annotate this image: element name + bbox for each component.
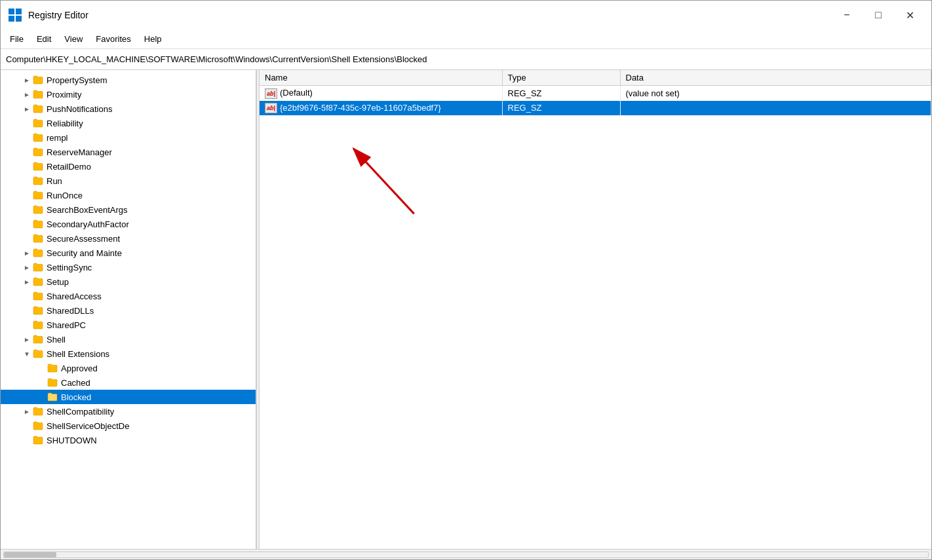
tree-item[interactable]: Reliability bbox=[1, 116, 256, 130]
window-controls: − □ ✕ bbox=[832, 5, 925, 26]
folder-icon bbox=[32, 219, 44, 229]
tree-item[interactable]: SharedDLLs bbox=[1, 303, 256, 318]
tree-item[interactable]: ► PropertySystem bbox=[1, 73, 256, 87]
expand-icon[interactable]: ► bbox=[22, 89, 32, 100]
tree-item[interactable]: SearchBoxEventArgs bbox=[1, 202, 256, 217]
tree-item[interactable]: ▼ Shell Extensions bbox=[1, 346, 256, 361]
tree-item[interactable]: RunOnce bbox=[1, 188, 256, 202]
tree-label: Shell Extensions bbox=[47, 349, 109, 359]
folder-icon bbox=[32, 204, 44, 215]
ab-icon: ab| bbox=[265, 103, 277, 113]
expand-icon[interactable]: ► bbox=[22, 276, 32, 287]
main-content: ► PropertySystem► Proximity► PushNotific… bbox=[1, 70, 931, 549]
tree-label: SharedDLLs bbox=[47, 306, 94, 316]
tree-label: Proximity bbox=[47, 90, 81, 100]
right-panel-scroll[interactable]: Name Type Data ab|(Default)REG_SZ(value … bbox=[260, 70, 931, 549]
menu-item-view[interactable]: View bbox=[58, 31, 89, 47]
minimize-button[interactable]: − bbox=[832, 5, 862, 26]
folder-icon bbox=[32, 276, 44, 287]
folder-icon bbox=[32, 305, 44, 316]
expand-placeholder bbox=[22, 118, 32, 128]
folder-icon bbox=[32, 406, 44, 417]
tree-item[interactable]: Blocked bbox=[1, 390, 256, 404]
tree-item[interactable]: ► Security and Mainte bbox=[1, 246, 256, 260]
h-scrollbar-thumb[interactable] bbox=[4, 552, 56, 557]
tree-label: PushNotifications bbox=[47, 104, 112, 114]
menu-item-file[interactable]: File bbox=[3, 31, 30, 47]
expand-icon[interactable]: ► bbox=[22, 75, 32, 85]
title-bar: Registry Editor − □ ✕ bbox=[1, 1, 931, 29]
folder-icon bbox=[32, 118, 44, 128]
col-header-type: Type bbox=[502, 70, 620, 86]
tree-label: SHUTDOWN bbox=[47, 436, 97, 445]
menu-item-favorites[interactable]: Favorites bbox=[89, 31, 137, 47]
tree-item[interactable]: Approved bbox=[1, 361, 256, 375]
tree-label: Reliability bbox=[47, 119, 83, 128]
expand-icon[interactable]: ▼ bbox=[22, 348, 32, 359]
maximize-button[interactable]: □ bbox=[863, 5, 893, 26]
tree-label: ReserveManager bbox=[47, 147, 112, 157]
folder-icon bbox=[32, 348, 44, 359]
tree-item[interactable]: SharedAccess bbox=[1, 289, 256, 303]
tree-label: SecondaryAuthFactor bbox=[47, 219, 129, 229]
table-row[interactable]: ab|{e2bf9676-5f87-435c-97eb-11607a5bedf7… bbox=[260, 101, 931, 116]
expand-placeholder bbox=[22, 147, 32, 157]
tree-item[interactable]: ► SettingSync bbox=[1, 260, 256, 274]
expand-icon[interactable]: ► bbox=[22, 248, 32, 258]
bottom-scrollbar[interactable] bbox=[1, 549, 931, 559]
cell-data bbox=[620, 101, 931, 116]
tree-item[interactable]: SHUTDOWN bbox=[1, 433, 256, 447]
folder-icon bbox=[32, 435, 44, 445]
tree-label: Shell bbox=[47, 335, 66, 345]
expand-icon[interactable]: ► bbox=[22, 406, 32, 417]
tree-item[interactable]: SharedPC bbox=[1, 318, 256, 332]
folder-icon bbox=[47, 363, 58, 373]
h-scrollbar-track[interactable] bbox=[3, 551, 929, 558]
expand-placeholder bbox=[22, 204, 32, 215]
tree-item[interactable]: RetailDemo bbox=[1, 159, 256, 174]
folder-icon bbox=[32, 291, 44, 301]
tree-item[interactable]: ► Setup bbox=[1, 274, 256, 289]
expand-placeholder bbox=[22, 305, 32, 316]
cell-name: ab|(Default) bbox=[260, 86, 502, 101]
tree-item[interactable]: ShellServiceObjectDe bbox=[1, 419, 256, 433]
tree-label: SearchBoxEventArgs bbox=[47, 205, 128, 215]
expand-icon[interactable]: ► bbox=[22, 262, 32, 272]
expand-placeholder bbox=[22, 435, 32, 445]
folder-icon bbox=[32, 132, 44, 143]
tree-item[interactable]: ► ShellCompatibility bbox=[1, 404, 256, 419]
cell-name: ab|{e2bf9676-5f87-435c-97eb-11607a5bedf7… bbox=[260, 101, 502, 116]
expand-placeholder bbox=[36, 377, 47, 388]
expand-placeholder bbox=[22, 320, 32, 330]
tree-item[interactable]: ReserveManager bbox=[1, 145, 256, 159]
folder-icon bbox=[32, 176, 44, 186]
tree-label: ShellCompatibility bbox=[47, 407, 114, 417]
tree-item[interactable]: Run bbox=[1, 174, 256, 188]
expand-placeholder bbox=[22, 190, 32, 200]
table-row[interactable]: ab|(Default)REG_SZ(value not set) bbox=[260, 86, 931, 101]
expand-icon[interactable]: ► bbox=[22, 103, 32, 114]
folder-icon bbox=[32, 75, 44, 85]
close-button[interactable]: ✕ bbox=[895, 5, 925, 26]
tree-item[interactable]: SecureAssessment bbox=[1, 231, 256, 246]
menu-item-edit[interactable]: Edit bbox=[30, 31, 58, 47]
col-header-data: Data bbox=[620, 70, 931, 86]
tree-item[interactable]: rempl bbox=[1, 130, 256, 145]
tree-item[interactable]: ► Proximity bbox=[1, 87, 256, 102]
tree-label: Cached bbox=[61, 378, 90, 388]
tree-item[interactable]: ► Shell bbox=[1, 332, 256, 346]
expand-icon[interactable]: ► bbox=[22, 334, 32, 345]
menu-item-help[interactable]: Help bbox=[138, 31, 168, 47]
menu-bar: FileEditViewFavoritesHelp bbox=[1, 29, 931, 49]
tree-item[interactable]: SecondaryAuthFactor bbox=[1, 217, 256, 231]
tree-panel[interactable]: ► PropertySystem► Proximity► PushNotific… bbox=[1, 70, 256, 549]
folder-icon bbox=[47, 392, 58, 402]
svg-rect-3 bbox=[16, 16, 22, 22]
folder-icon bbox=[32, 262, 44, 272]
tree-item[interactable]: Cached bbox=[1, 375, 256, 390]
expand-placeholder bbox=[22, 420, 32, 431]
folder-icon bbox=[32, 334, 44, 345]
tree-label: Security and Mainte bbox=[47, 248, 122, 258]
tree-item[interactable]: ► PushNotifications bbox=[1, 102, 256, 116]
right-panel-wrapper: Name Type Data ab|(Default)REG_SZ(value … bbox=[260, 70, 931, 549]
